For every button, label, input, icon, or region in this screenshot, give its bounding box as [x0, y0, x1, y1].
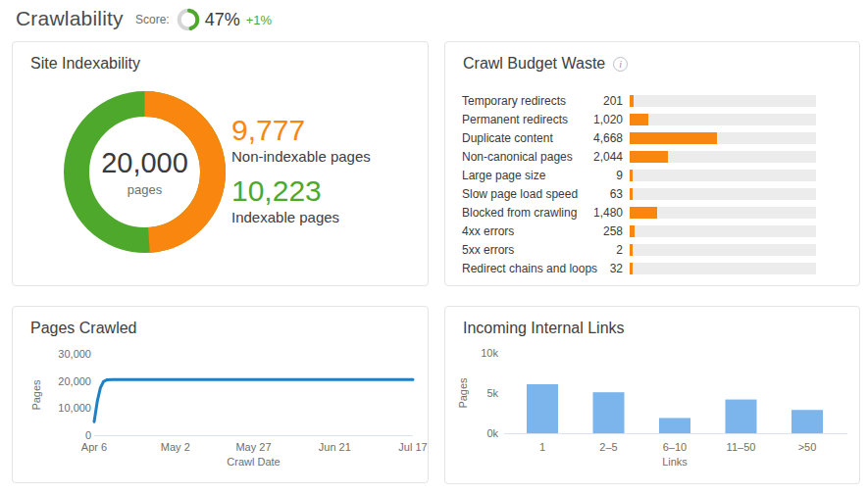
x-tick-label: 11–50 [727, 441, 756, 453]
total-pages-value: 20,000 [101, 147, 188, 179]
budget-row: Permanent redirects1,020 [462, 110, 816, 128]
budget-row-value: 9 [582, 169, 623, 182]
budget-row-track [630, 263, 816, 274]
budget-row-track [630, 225, 816, 237]
budget-row-value: 4,668 [582, 131, 623, 145]
y-tick-label: 0 [85, 429, 91, 441]
budget-row-bar [630, 225, 635, 237]
card-title-site-indexability: Site Indexability [30, 55, 140, 73]
budget-row-label: Non-canonical pages [462, 150, 582, 164]
x-axis-title: Crawl Date [227, 456, 280, 468]
card-title-crawl-budget-waste: Crawl Budget Waste i [463, 55, 628, 73]
budget-row-label: 4xx errors [462, 224, 582, 238]
budget-row-bar [630, 188, 633, 200]
budget-row-label: Permanent redirects [462, 113, 582, 126]
x-tick-label: 6–10 [663, 441, 687, 453]
page-header: Crawlability Score: 47% +1% [0, 0, 868, 41]
budget-row-bar [630, 244, 633, 256]
budget-row-value: 258 [582, 224, 623, 238]
x-tick-label: Jul 17 [398, 441, 427, 453]
y-tick-label: 10k [481, 347, 498, 359]
bar-6–10 [659, 418, 690, 433]
budget-row-track [630, 207, 816, 219]
pages-crawled-chart: 010,00020,00030,000Apr 6May 2May 27Jun 2… [13, 307, 430, 484]
site-indexability-card: Site Indexability 20,000 pages 9,777 Non… [12, 41, 429, 286]
budget-row: Duplicate content4,668 [462, 128, 816, 147]
pages-crawled-card: Pages Crawled 010,00020,00030,000Apr 6Ma… [12, 306, 429, 483]
budget-row-label: Redirect chains and loops [462, 262, 582, 275]
budget-row-track [630, 114, 816, 125]
x-tick-label: >50 [798, 441, 817, 453]
budget-row-value: 1,480 [582, 206, 623, 220]
budget-row: Slow page load speed63 [462, 184, 816, 203]
score-value: 47% [205, 10, 240, 30]
budget-row-value: 63 [582, 187, 623, 201]
y-axis-title: Pages [30, 379, 42, 411]
crawl-budget-waste-title-text: Crawl Budget Waste [463, 55, 605, 73]
score-donut-chart [177, 8, 200, 31]
budget-row: Non-canonical pages2,044 [462, 147, 816, 166]
budget-row-value: 32 [582, 262, 623, 275]
total-pages-unit: pages [128, 182, 162, 197]
y-tick-label: 20,000 [58, 375, 91, 387]
indexable-value: 10,223 [231, 173, 371, 209]
budget-row: Redirect chains and loops32 [462, 259, 816, 277]
budget-row-bar [630, 132, 717, 144]
budget-row-value: 2,044 [582, 150, 623, 164]
budget-row-value: 201 [582, 94, 623, 108]
budget-row-track [630, 244, 816, 256]
x-tick-label: Jun 21 [319, 441, 351, 453]
non-indexable-value: 9,777 [231, 113, 371, 148]
x-tick-label: 2–5 [599, 441, 617, 453]
x-tick-label: 1 [539, 441, 545, 453]
budget-row-label: Slow page load speed [462, 187, 582, 201]
y-tick-label: 5k [486, 387, 498, 399]
budget-row: Blocked from crawling1,480 [462, 203, 816, 222]
indexability-donut: 20,000 pages [64, 91, 226, 253]
budget-row-bar [630, 263, 633, 274]
bar-11–50 [726, 400, 757, 433]
indexability-stats: 9,777 Non-indexable pages 10,223 Indexab… [231, 113, 371, 234]
crawlability-dashboard: Crawlability Score: 47% +1% Site Indexab… [0, 0, 868, 495]
bar-2–5 [593, 392, 625, 433]
page-title: Crawlability [16, 7, 124, 30]
budget-row-label: 5xx errors [462, 243, 582, 257]
x-tick-label: May 27 [235, 441, 271, 453]
budget-row: Large page size9 [462, 166, 816, 184]
incoming-internal-links-chart: 0k5k10k12–56–1011–50>50PagesLinks [445, 307, 861, 485]
bar->50 [791, 410, 823, 433]
budget-row-bar [630, 114, 648, 125]
budget-waste-rows: Temporary redirects201Permanent redirect… [462, 91, 816, 277]
y-axis-title: Pages [457, 377, 469, 409]
non-indexable-label: Non-indexable pages [231, 148, 371, 165]
score-delta: +1% [246, 13, 272, 27]
y-tick-label: 0k [486, 427, 498, 439]
x-axis-title: Links [662, 456, 688, 468]
pages-crawled-line-series [94, 379, 413, 421]
budget-row-bar [630, 170, 633, 181]
info-icon[interactable]: i [613, 57, 628, 72]
x-tick-label: May 2 [161, 441, 190, 453]
y-tick-label: 10,000 [58, 402, 91, 414]
x-tick-label: Apr 6 [81, 441, 107, 453]
y-tick-label: 30,000 [58, 348, 91, 360]
budget-row-track [630, 151, 816, 163]
budget-row: 4xx errors258 [462, 222, 816, 240]
budget-row-label: Temporary redirects [462, 94, 582, 108]
score-label: Score: [135, 13, 170, 26]
budget-row: 5xx errors2 [462, 240, 816, 259]
budget-row-track [630, 170, 816, 181]
budget-row-bar [630, 207, 657, 219]
crawl-budget-waste-card: Crawl Budget Waste i Temporary redirects… [444, 41, 860, 286]
budget-row-track [630, 95, 816, 107]
budget-row-track [630, 188, 816, 200]
budget-row-value: 1,020 [582, 113, 623, 126]
budget-row-bar [630, 95, 634, 107]
bar-1 [527, 384, 558, 433]
budget-row-bar [630, 151, 668, 163]
indexable-label: Indexable pages [231, 209, 371, 225]
budget-row-label: Blocked from crawling [462, 206, 582, 220]
incoming-internal-links-card: Incoming Internal Links 0k5k10k12–56–101… [444, 306, 860, 484]
donut-center-text: 20,000 pages [64, 91, 226, 253]
budget-row-track [630, 132, 816, 144]
